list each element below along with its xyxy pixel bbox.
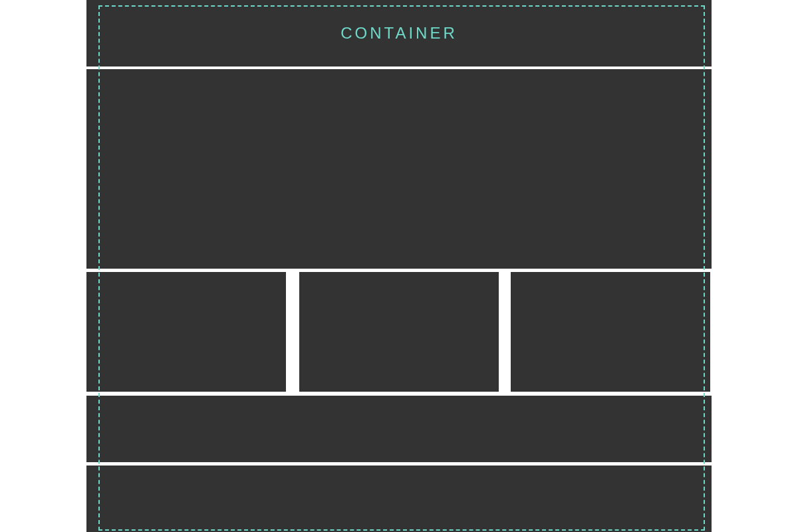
- full-width-row-block-2: [86, 466, 712, 532]
- hero-row-block: [86, 69, 712, 269]
- container-label: CONTAINER: [340, 24, 458, 43]
- column-block-2: [299, 272, 499, 392]
- layout-diagram: CONTAINER: [86, 0, 712, 532]
- header-row-block: CONTAINER: [86, 0, 712, 66]
- full-width-row-block-1: [86, 396, 712, 462]
- column-block-3: [511, 272, 710, 392]
- column-block-1: [86, 272, 286, 392]
